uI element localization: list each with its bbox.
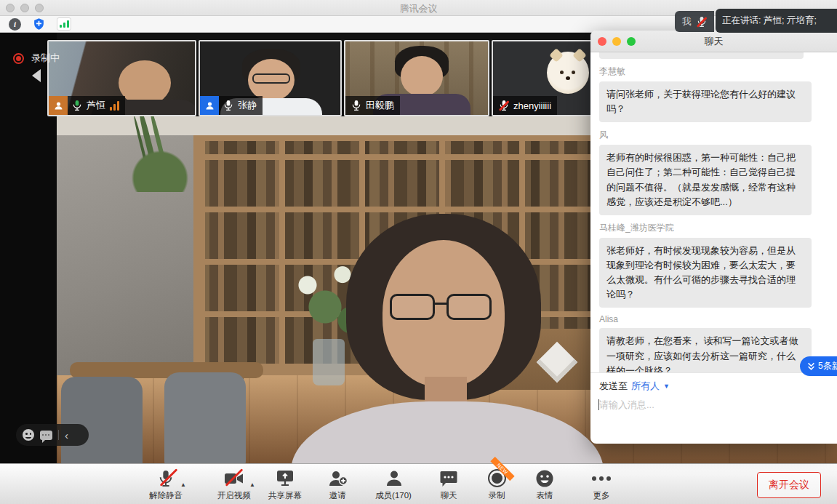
chat-message-partial: [599, 52, 804, 59]
chat-message-bubble: 张老师好，有时候发现现象较为容易，但是从现象到理论有时候较为困难，要么太宏大，要…: [599, 238, 812, 308]
send-to-selector[interactable]: 所有人: [631, 380, 660, 393]
meeting-security-shield-icon[interactable]: [33, 17, 45, 31]
send-to-label: 发送至: [599, 380, 628, 393]
chat-window: 聊天 李慧敏 请问张老师，关于获得理论您有什么好的建议吗？ 风 老师有的时候很困…: [590, 31, 837, 444]
participant-thumbnail[interactable]: 张静: [199, 40, 342, 116]
chat-message-bubble: 请教老师，在您看来， 读和写一篇论文或者做一项研究，应该如何去分析这一篇研究，什…: [599, 328, 812, 372]
me-label: 我: [682, 15, 692, 28]
double-chevron-down-icon: [806, 361, 816, 372]
chat-sender: 马桂峰_潍坊医学院: [599, 222, 828, 234]
scene-chair: [61, 377, 143, 463]
share-screen-button[interactable]: 共享屏幕: [257, 468, 313, 501]
chat-minimize-button[interactable]: [612, 37, 621, 46]
invite-button[interactable]: 邀请: [310, 468, 365, 501]
leave-meeting-button[interactable]: 离开会议: [757, 472, 821, 498]
scene-vase: [313, 339, 345, 385]
participant-name: 田毅鹏: [366, 99, 394, 112]
more-button[interactable]: 更多: [574, 468, 629, 501]
chat-sender: 李慧敏: [599, 65, 828, 78]
chevron-left-icon[interactable]: ‹: [65, 430, 68, 441]
mic-on-icon: [351, 100, 361, 111]
chat-label: 聊天: [441, 490, 457, 501]
chat-sender: Alisa: [599, 314, 828, 324]
chat-compose-area: 发送至 所有人 ▼: [590, 372, 837, 444]
now-speaking-text: 正在讲话: 芦恒; 亓培育;: [722, 15, 817, 27]
record-label: 录制: [489, 490, 505, 501]
new-messages-label: 5条新消息: [818, 360, 837, 372]
participant-thumbnail[interactable]: 田毅鹏: [344, 40, 489, 116]
chat-message-bubble: 请问张老师，关于获得理论您有什么好的建议吗？: [599, 81, 812, 122]
recording-indicator: 录制中: [13, 52, 60, 65]
invite-label: 邀请: [329, 490, 346, 501]
chat-close-button[interactable]: [598, 37, 606, 46]
audio-options-caret[interactable]: ▲: [180, 481, 186, 488]
emoji-reaction-icon[interactable]: [23, 429, 34, 441]
mic-muted-icon: [697, 16, 707, 28]
emoji-label: 表情: [537, 490, 553, 501]
meeting-info-icon[interactable]: i: [9, 18, 21, 31]
emoji-button[interactable]: 表情: [517, 468, 572, 501]
my-audio-status-pill: 我: [675, 11, 714, 32]
mic-muted-icon: [158, 468, 174, 488]
participant-figure: [119, 60, 171, 105]
share-screen-icon: [275, 468, 295, 488]
start-video-label: 开启视频: [217, 490, 251, 501]
chevron-down-icon[interactable]: ▼: [663, 383, 670, 390]
chat-titlebar: 聊天: [590, 31, 837, 52]
participant-namebar: 张静: [200, 96, 263, 115]
tencent-meeting-window: 腾讯会议 i: [0, 0, 837, 504]
mic-on-icon: [223, 100, 233, 111]
network-quality-icon[interactable]: [57, 17, 71, 31]
camera-off-icon: [223, 468, 245, 488]
more-icon: [592, 468, 611, 488]
chat-input-wrap: [590, 393, 837, 439]
divider: [58, 430, 59, 440]
mic-muted-icon: [499, 100, 509, 111]
chat-bubble-icon[interactable]: [40, 431, 52, 440]
emoji-icon: [535, 468, 554, 488]
recording-label: 录制中: [31, 52, 60, 65]
speaker-glasses: [446, 294, 492, 320]
share-screen-label: 共享屏幕: [268, 490, 302, 501]
participant-name: zhenyiiiiii: [513, 100, 551, 111]
text-caret: [598, 399, 599, 410]
record-icon: NEW: [488, 468, 506, 488]
speaker-glasses-bridge: [433, 303, 448, 305]
chat-zoom-button[interactable]: [627, 37, 636, 46]
speaker-glasses: [390, 294, 435, 320]
meeting-toolbar: 解除静音 ▲ 开启视频 ▲ 共享屏幕 邀请 成: [0, 463, 837, 504]
participant-name: 芦恒: [87, 99, 105, 112]
participant-namebar: 田毅鹏: [345, 96, 400, 115]
members-button[interactable]: 成员(170): [364, 468, 422, 501]
chat-window-controls[interactable]: [598, 37, 636, 46]
presenter-badge-icon: [49, 96, 68, 115]
participant-thumbnail[interactable]: 芦恒: [47, 40, 196, 116]
chat-input[interactable]: [599, 399, 828, 436]
chat-message-list[interactable]: 李慧敏 请问张老师，关于获得理论您有什么好的建议吗？ 风 老师有的时候很困惑，第…: [590, 52, 837, 372]
signal-bars-icon: [110, 101, 119, 111]
participant-namebar: zhenyiiiiii: [493, 96, 557, 115]
invite-icon: [328, 468, 348, 488]
participant-figure: [401, 56, 443, 97]
chat-button[interactable]: 聊天: [421, 468, 476, 501]
members-label: 成员(170): [375, 490, 412, 501]
participant-name: 张静: [238, 99, 257, 112]
now-speaking-pill: 正在讲话: 芦恒; 亓培育;: [716, 9, 837, 33]
new-messages-badge[interactable]: 5条新消息: [800, 356, 837, 376]
video-options-caret[interactable]: ▲: [249, 481, 255, 488]
collapse-panel-arrow[interactable]: [32, 69, 41, 82]
send-to-row: 发送至 所有人 ▼: [590, 373, 837, 393]
members-icon: [384, 468, 403, 488]
chat-message-bubble: 老师有的时候很困惑，第一种可能性：自己把自己问住了；第二种可能性：自己觉得自己提…: [599, 145, 812, 215]
member-badge-icon: [200, 96, 219, 115]
dog-avatar: [547, 52, 589, 94]
mic-on-icon: [72, 100, 82, 111]
record-button[interactable]: NEW 录制: [469, 468, 524, 501]
scene-chair: [164, 372, 246, 463]
unmute-label: 解除静音: [149, 490, 183, 501]
recording-dot-icon: [13, 53, 24, 64]
more-label: 更多: [593, 490, 610, 501]
participant-figure: [252, 73, 290, 84]
chat-sender: 风: [599, 129, 828, 141]
scene-plant: [127, 145, 193, 192]
